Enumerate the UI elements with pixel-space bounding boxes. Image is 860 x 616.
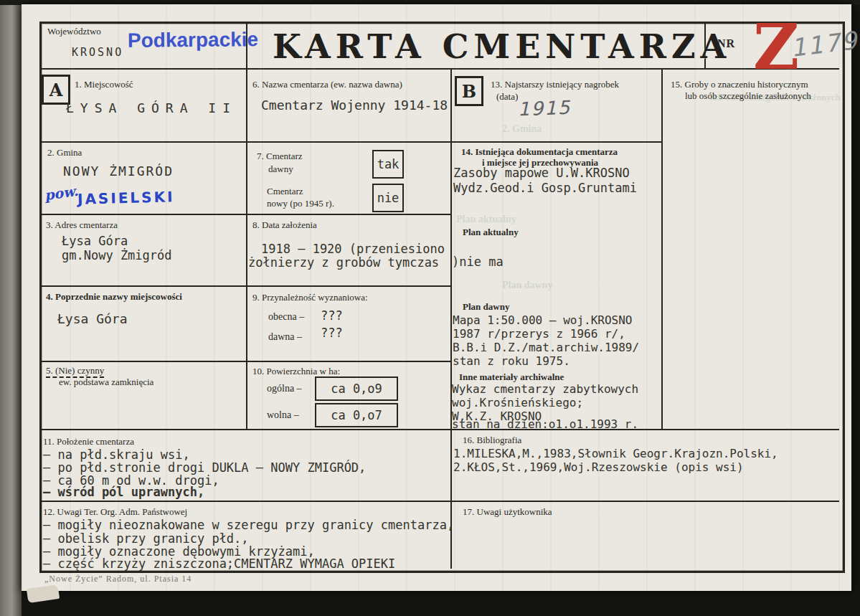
field7-row1-label: dawny	[268, 164, 293, 175]
grid-line	[41, 68, 839, 70]
grid-line	[41, 501, 839, 502]
field10-ogolna-value: ca 0,o9	[331, 382, 382, 396]
field12-line: – obelisk przy granicy płd.,	[43, 531, 249, 546]
grid-line	[661, 68, 663, 429]
field14-plan-dawny-line: stan z roku 1975.	[453, 354, 570, 368]
field7-tak-value: tak	[377, 157, 400, 171]
field7-row2-label2: nowy (po 1945 r).	[267, 198, 334, 209]
field17-label: 17. Uwagi użytkownika	[463, 506, 552, 518]
field3-line2: gm.Nowy Żmigród	[62, 248, 172, 262]
field16-line: 2.KŁOS,St.,1969,Woj.Rzeszowskie (opis ws…	[453, 460, 744, 474]
field5-sublabel: ew. podstawa zamknięcia	[59, 376, 153, 388]
field11-line: – po płd.stronie drogi DUKLA – NOWY ZMIG…	[43, 460, 366, 475]
field13-label: 13. Najstarszy istniejący nagrobek	[491, 79, 619, 90]
field9-dawna-value: ???	[321, 326, 343, 340]
field11-label: 11. Położenie cmentarza	[43, 436, 134, 447]
field3-line1: Łysa Góra	[62, 234, 128, 248]
field14-plan-dawny-line: 1987 r/przerys z 1966 r/,	[453, 327, 625, 341]
field16-label: 16. Bibliografia	[463, 435, 521, 446]
field10-wolna-box: ca 0,o7	[315, 403, 398, 427]
field9-dawna-label: dawna –	[268, 331, 302, 343]
grid-line	[41, 214, 450, 215]
wojewodztwo-label: Województwo	[47, 26, 101, 37]
ghost-text: Plan aktualny	[456, 214, 516, 225]
field14-inne-line: stan na dzień:o1.o1.1993 r.	[452, 417, 638, 431]
grid-line	[450, 68, 452, 569]
grid-line	[246, 22, 247, 429]
field4-value: Łysa Góra	[57, 311, 128, 326]
field4-label: 4. Poprzednie nazwy miejscowości	[46, 291, 182, 303]
field10-label: 10. Powierzchnia w ha:	[252, 366, 340, 377]
field10-wolna-label: wolna –	[267, 409, 299, 421]
field6-label: 6. Nazwa cmentarza (ew. nazwa dawna)	[252, 79, 402, 90]
scan-edge-left	[0, 0, 22, 616]
wojewodztwo-stamp: Podkarpackie	[128, 28, 258, 52]
field11-line: – wśród pól uprawnych,	[43, 485, 204, 499]
grid-line	[41, 429, 839, 430]
field14-plan-dawny-line: Mapa 1:50.000 – woj.KROSNO	[453, 313, 632, 327]
field8-label: 8. Data założenia	[252, 219, 317, 231]
field8-line2: żołnierzy z grobów tymczas	[248, 255, 439, 270]
field12-label: 12. Uwagi Ter. Org. Adm. Państwowej	[43, 506, 187, 518]
field1-label: 1. Miejscowość	[75, 79, 133, 90]
field2-value: NOWY ŻMIGRÓD	[63, 164, 174, 179]
field11-line: – na płd.skraju wsi,	[43, 447, 190, 462]
field7-row2-label1: Cmentarz	[267, 186, 303, 197]
field14-plan-dawny-label: Plan dawny	[463, 301, 509, 313]
scanned-cemetery-card: 2. Gmina Plan aktualny Plan dawny lub os…	[0, 0, 860, 616]
page-title: KARTA CMENTARZA	[273, 27, 731, 66]
grid-line	[41, 361, 450, 362]
field10-wolna-value: ca 0,o7	[331, 408, 382, 422]
field14-inne-line: woj.Krośnieńskiego;	[452, 396, 583, 409]
grid-line	[41, 141, 661, 143]
field7-tak-box: tak	[372, 150, 404, 179]
field13-value-handwritten: 1915	[517, 97, 571, 120]
field14-inne-label: Inne materiały archiwalne	[459, 371, 564, 383]
wojewodztwo-typed-value: KROSNO	[72, 46, 123, 59]
field2-handwritten-powiat: JASIELSKI	[77, 188, 175, 208]
field10-ogolna-box: ca 0,o9	[315, 376, 398, 401]
field12-line: – mogiły nieoznakowane w szeregu przy gr…	[43, 518, 454, 532]
field6-value: Cmentarz Wojenny 1914-18	[261, 98, 448, 113]
field5-label: 5. (Nie) czynny	[46, 365, 104, 376]
field12-line: – część krzyży zniszczona;CMENTARZ WYMAG…	[43, 556, 395, 571]
field14-plan-dawny-line: B.B.i D.Z./mat.archiw.1989/	[453, 341, 639, 354]
field13-sublabel: (data)	[496, 91, 518, 103]
field10-ogolna-label: ogólna –	[267, 383, 302, 394]
ghost-text: 2. Gmina	[502, 123, 542, 135]
field7-label: 7. Cmentarz	[257, 151, 303, 162]
field15-label-line2: lub osób szczególnie zasłużonych	[685, 90, 811, 102]
field1-value: ŁYSA GÓRA II	[66, 100, 237, 115]
field7-nie-box: nie	[372, 184, 404, 212]
field14-inne-line: Wykaz cmentarzy zabytkowych	[452, 382, 638, 396]
field9-obecna-label: obecna –	[268, 311, 304, 323]
field15-label-line1: 15. Groby o znaczeniu historycznym	[671, 79, 808, 90]
ghost-text: Plan dawny	[502, 280, 552, 291]
field9-label: 9. Przynależność wyznaniowa:	[252, 292, 368, 303]
field3-label: 3. Adres cmentarza	[46, 219, 118, 231]
field16-line: 1.MILESKA,M.,1983,Słownik Geogr.Krajozn.…	[453, 447, 778, 460]
section-b-badge: B	[455, 76, 483, 106]
field14-typed-line: Zasoby mapowe U.W.KROSNO	[453, 166, 630, 180]
grid-line	[41, 285, 450, 287]
field14-typed-line: Wydz.Geod.i Gosp.Gruntami	[453, 181, 637, 195]
field9-obecna-value: ???	[321, 308, 343, 323]
field14-plan-aktualny-label: Plan aktualny	[463, 227, 519, 238]
printer-credit: „Nowe Życie” Radom, ul. Ptasia 14	[44, 574, 192, 584]
nr-label: NR	[717, 37, 735, 50]
field8-line1: 1918 – 1920 (przeniesiono	[261, 242, 445, 256]
field7-nie-value: nie	[377, 191, 400, 205]
field2-label: 2. Gmina	[47, 147, 82, 158]
field14-label: 14. Istniejąca dokumentacja cmentarza	[461, 146, 618, 158]
field14-plan-aktualny-value: )nie ma	[452, 255, 504, 269]
